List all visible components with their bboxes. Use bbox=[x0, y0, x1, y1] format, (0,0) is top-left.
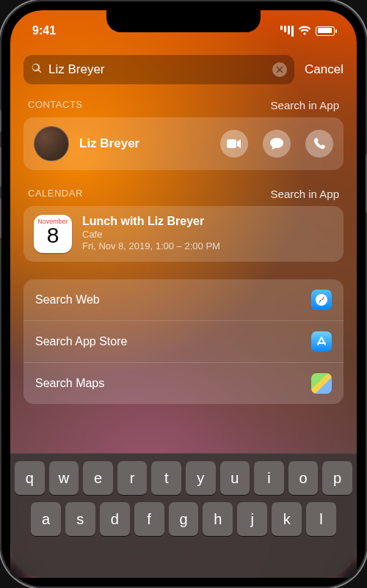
app-store-icon bbox=[311, 331, 332, 352]
cellular-icon bbox=[279, 26, 294, 37]
search-app-store-label: Search App Store bbox=[35, 335, 127, 348]
key-g[interactable]: g bbox=[169, 502, 199, 536]
status-indicators bbox=[279, 26, 335, 37]
key-h[interactable]: h bbox=[203, 502, 233, 536]
contacts-section-header: CONTACTS Search in App bbox=[23, 99, 344, 117]
video-call-button[interactable] bbox=[220, 130, 248, 158]
key-s[interactable]: s bbox=[65, 502, 95, 536]
cancel-button[interactable]: Cancel bbox=[305, 62, 344, 77]
phone-call-button[interactable] bbox=[305, 130, 333, 158]
key-i[interactable]: i bbox=[254, 461, 284, 495]
contacts-heading: CONTACTS bbox=[28, 99, 83, 111]
key-p[interactable]: p bbox=[322, 461, 352, 495]
calendar-heading: CALENDAR bbox=[28, 188, 83, 200]
battery-icon bbox=[316, 26, 335, 36]
contacts-search-in-app[interactable]: Search in App bbox=[271, 99, 339, 111]
search-maps-row[interactable]: Search Maps bbox=[23, 363, 344, 404]
contact-result-card[interactable]: Liz Breyer bbox=[23, 117, 344, 170]
key-q[interactable]: q bbox=[15, 461, 45, 495]
keyboard-row-2: asdfghjkl bbox=[15, 502, 352, 536]
key-w[interactable]: w bbox=[49, 461, 79, 495]
event-datetime: Fri, Nov 8, 2019, 1:00 – 2:00 PM bbox=[82, 240, 220, 251]
calendar-result-card[interactable]: November 8 Lunch with Liz Breyer Cafe Fr… bbox=[23, 206, 344, 262]
search-maps-label: Search Maps bbox=[35, 377, 104, 390]
status-time: 9:41 bbox=[32, 24, 56, 37]
key-d[interactable]: d bbox=[100, 502, 130, 536]
search-field[interactable] bbox=[23, 55, 294, 84]
notch bbox=[106, 10, 261, 32]
key-e[interactable]: e bbox=[83, 461, 113, 495]
key-u[interactable]: u bbox=[220, 461, 250, 495]
key-a[interactable]: a bbox=[31, 502, 61, 536]
screen: 9:41 Cancel bbox=[10, 10, 357, 578]
message-button[interactable] bbox=[263, 130, 291, 158]
calendar-section-header: CALENDAR Search in App bbox=[23, 188, 344, 206]
key-t[interactable]: t bbox=[151, 461, 181, 495]
svg-rect-0 bbox=[227, 139, 236, 148]
key-k[interactable]: k bbox=[272, 502, 302, 536]
calendar-day: 8 bbox=[47, 224, 59, 246]
event-location: Cafe bbox=[82, 229, 220, 240]
event-title: Lunch with Liz Breyer bbox=[82, 215, 220, 228]
device-frame: 9:41 Cancel bbox=[0, 0, 367, 588]
contact-avatar bbox=[34, 126, 69, 161]
keyboard[interactable]: qwertyuiop asdfghjkl bbox=[10, 453, 357, 578]
search-options-list: Search Web Search App Store Search Maps bbox=[23, 279, 344, 404]
key-j[interactable]: j bbox=[237, 502, 267, 536]
calendar-search-in-app[interactable]: Search in App bbox=[271, 188, 339, 200]
key-o[interactable]: o bbox=[288, 461, 319, 495]
safari-icon bbox=[311, 290, 332, 310]
key-y[interactable]: y bbox=[186, 461, 216, 495]
search-web-label: Search Web bbox=[35, 293, 100, 306]
search-web-row[interactable]: Search Web bbox=[23, 279, 344, 321]
key-r[interactable]: r bbox=[117, 461, 148, 495]
key-l[interactable]: l bbox=[306, 502, 336, 536]
search-row: Cancel bbox=[23, 55, 344, 84]
calendar-app-icon: November 8 bbox=[34, 215, 72, 253]
search-icon bbox=[31, 62, 43, 77]
contact-name: Liz Breyer bbox=[79, 136, 206, 151]
wifi-icon bbox=[298, 26, 311, 36]
search-app-store-row[interactable]: Search App Store bbox=[23, 321, 344, 363]
keyboard-row-1: qwertyuiop bbox=[15, 461, 352, 495]
maps-icon bbox=[311, 373, 332, 394]
search-input[interactable] bbox=[48, 62, 266, 77]
clear-search-button[interactable] bbox=[272, 62, 287, 77]
key-f[interactable]: f bbox=[134, 502, 164, 536]
